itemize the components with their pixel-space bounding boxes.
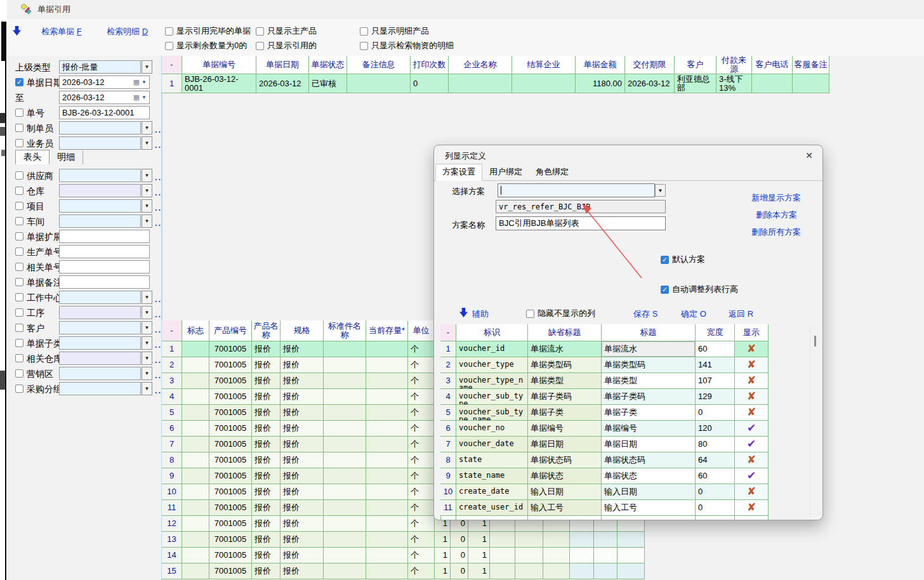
toolbar-option-2-checkbox[interactable] (256, 27, 264, 36)
sidebar-filter-15-select[interactable] (59, 382, 141, 395)
config-row[interactable]: 9state_name单据状态单据状态60✔ (440, 468, 769, 484)
config-cell[interactable]: ✘ (735, 357, 769, 373)
config-cell[interactable]: ✔ (735, 468, 769, 484)
sidebar-filter-2-select[interactable] (59, 184, 141, 197)
hidden-x-icon[interactable]: ✘ (747, 456, 756, 465)
calendar-icon[interactable]: ▦ (133, 93, 140, 102)
sidebar-filter-11-select[interactable] (59, 321, 141, 334)
sidebar-head-4-input[interactable]: BJB-26-03-12-0001 (59, 106, 150, 119)
sidebar-filter-6-checkbox[interactable] (15, 247, 23, 256)
dialog-tab-2[interactable]: 用户绑定 (483, 164, 529, 180)
autofit-row-height-checkbox[interactable]: ✓ (661, 286, 669, 294)
sidebar-filter-14-checkbox[interactable] (15, 369, 23, 378)
sidebar-head-1-select[interactable]: 报价-批量 (59, 60, 141, 74)
delete-scheme-link[interactable]: 删除本方案 (756, 209, 797, 221)
hidden-x-icon[interactable]: ✘ (747, 487, 756, 496)
config-cell[interactable]: ✔ (735, 437, 769, 452)
table-row[interactable]: 137001005报价报价个101 (162, 532, 645, 548)
config-row[interactable]: 4voucher_sub_type单据子类码单据子类码129✘ (440, 389, 769, 405)
sidebar-tab-detail[interactable]: 明细 (50, 150, 83, 164)
scheme-name-input[interactable]: BJC引用BJB单据列表 (496, 216, 666, 230)
sidebar-filter-15-checkbox[interactable] (15, 385, 23, 393)
aux-button[interactable]: 辅助 (472, 308, 489, 320)
dialog-scrollbar[interactable] (810, 326, 820, 516)
sidebar-head-5-checkbox[interactable] (15, 124, 23, 132)
sidebar-filter-2-checkbox[interactable] (15, 187, 23, 195)
config-cell[interactable]: ✔ (735, 421, 769, 437)
sidebar-head-5-dropdown-icon[interactable]: ▼ (142, 121, 152, 135)
visible-check-icon[interactable]: ✔ (747, 440, 756, 449)
table-row[interactable]: 1BJB-26-03-12-00012026-03-12已审核01180.002… (162, 74, 829, 93)
sidebar-filter-9-dropdown-icon[interactable]: ▼ (142, 291, 152, 304)
scheme-combobox[interactable] (498, 183, 655, 197)
sidebar-head-6-checkbox[interactable] (15, 139, 23, 147)
sidebar-filter-6-input[interactable] (59, 245, 150, 258)
visible-check-icon[interactable]: ✔ (747, 471, 756, 480)
sidebar-filter-11-dropdown-icon[interactable]: ▼ (142, 321, 152, 334)
config-row[interactable]: 3voucher_type_name单据类型单据类型107✘ (440, 373, 769, 389)
config-cell[interactable]: ✘ (735, 500, 769, 516)
sidebar-tab-header[interactable]: 表头 (15, 150, 50, 164)
config-row[interactable]: 2voucher_type单据类型码单据类型码141✘ (440, 357, 769, 373)
sidebar-filter-2-dropdown-icon[interactable]: ▼ (142, 184, 152, 197)
config-row[interactable]: 7voucher_date单据日期单据日期80✔ (440, 437, 769, 452)
sidebar-filter-9-checkbox[interactable] (15, 293, 23, 301)
sidebar-filter-10-dropdown-icon[interactable]: ▼ (142, 306, 152, 319)
config-row[interactable]: 8state单据状态码单据状态码64✘ (440, 452, 769, 468)
config-row[interactable]: 1voucher_id单据流水单据流水60✘ (440, 341, 769, 357)
add-scheme-link[interactable]: 新增显示方案 (751, 192, 801, 204)
sidebar-head-6-select[interactable] (59, 136, 141, 150)
sidebar-filter-8-checkbox[interactable] (15, 278, 23, 286)
config-cell[interactable]: ✘ (735, 452, 769, 468)
scrollbar-thumb[interactable] (814, 336, 816, 346)
sidebar-filter-7-input[interactable] (59, 260, 150, 274)
sidebar-filter-3-select[interactable] (59, 199, 141, 213)
sidebar-filter-10-select[interactable] (59, 306, 141, 319)
search-doc-link[interactable]: 检索单据 F (41, 26, 82, 37)
sidebar-filter-14-select[interactable] (59, 367, 141, 380)
sidebar-filter-4-dropdown-icon[interactable]: ▼ (142, 214, 152, 228)
sidebar-filter-3-checkbox[interactable] (15, 202, 23, 210)
config-cell[interactable]: ✘ (735, 484, 769, 500)
hidden-x-icon[interactable]: ✘ (747, 392, 756, 401)
calendar-icon[interactable]: ▦ (133, 78, 140, 86)
toolbar-option-5-checkbox[interactable] (256, 42, 264, 50)
toolbar-option-4-checkbox[interactable] (165, 42, 173, 50)
sidebar-head-2-checkbox[interactable]: ✓ (15, 78, 23, 86)
config-row[interactable]: 5voucher_sub_type_name单据子类单据子类0✘ (440, 405, 769, 421)
return-button[interactable]: 返回 R (729, 308, 753, 320)
sidebar-filter-8-input[interactable] (59, 275, 150, 289)
sidebar-head-1-dropdown-icon[interactable]: ▼ (142, 60, 152, 74)
sidebar-head-2-date-input[interactable]: 2026-03-12▦▼ (59, 76, 150, 89)
sidebar-filter-9-select[interactable] (59, 291, 141, 304)
sidebar-filter-14-dropdown-icon[interactable]: ▼ (142, 367, 152, 380)
sidebar-filter-13-dropdown-icon[interactable]: ▼ (142, 352, 152, 365)
hidden-x-icon[interactable]: ✘ (747, 345, 756, 353)
sidebar-head-6-dropdown-icon[interactable]: ▼ (142, 136, 152, 150)
toolbar-option-3-checkbox[interactable] (360, 27, 368, 36)
sidebar-filter-1-dropdown-icon[interactable]: ▼ (142, 169, 152, 182)
visible-check-icon[interactable]: ✔ (747, 424, 756, 433)
sidebar-filter-5-input[interactable] (59, 230, 150, 243)
aux-icon[interactable] (459, 308, 468, 317)
sidebar-head-3-date-input[interactable]: 2026-03-12▦▼ (59, 91, 150, 104)
config-cell[interactable]: ✘ (735, 389, 769, 405)
config-cell[interactable]: ✘ (735, 341, 769, 357)
toolbar-option-1-checkbox[interactable] (165, 27, 173, 36)
hidden-x-icon[interactable]: ✘ (747, 360, 756, 369)
config-cell[interactable]: ✘ (735, 405, 769, 421)
hidden-x-icon[interactable]: ✘ (747, 376, 756, 385)
sidebar-filter-3-dropdown-icon[interactable]: ▼ (142, 199, 152, 213)
sidebar-filter-7-checkbox[interactable] (15, 263, 23, 271)
sidebar-filter-10-checkbox[interactable] (15, 308, 23, 317)
sidebar-head-4-checkbox[interactable] (15, 109, 23, 117)
search-run-icon[interactable] (13, 26, 21, 36)
ok-button[interactable]: 确定 O (681, 308, 706, 320)
sidebar-filter-13-checkbox[interactable] (15, 354, 23, 362)
toolbar-option-6-checkbox[interactable] (360, 42, 368, 50)
hidden-x-icon[interactable]: ✘ (747, 503, 756, 512)
sidebar-filter-12-checkbox[interactable] (15, 339, 23, 347)
scheme-combobox-arrow-icon[interactable]: ▼ (655, 184, 666, 197)
config-row[interactable]: 11create_user_id输入工号输入工号0✘ (440, 500, 769, 516)
sidebar-filter-11-checkbox[interactable] (15, 324, 23, 332)
